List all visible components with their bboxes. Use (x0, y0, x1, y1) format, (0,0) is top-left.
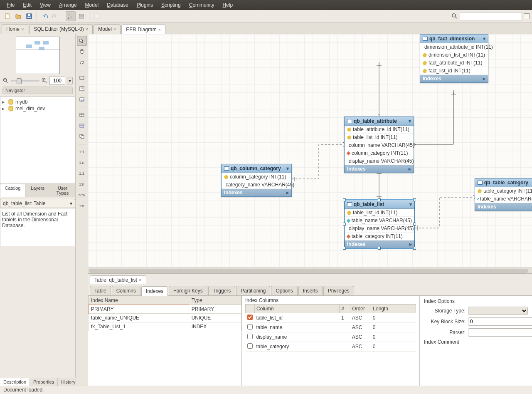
subtab-options[interactable]: Options (271, 286, 297, 295)
table-tool[interactable] (77, 110, 87, 120)
index-column-row[interactable]: display_nameASC0 (246, 332, 416, 342)
resize-handle[interactable] (378, 198, 381, 201)
svg-rect-22 (80, 61, 84, 64)
view-tool[interactable] (77, 121, 87, 131)
resize-handle[interactable] (413, 198, 416, 201)
table-icon (224, 166, 229, 171)
new-file-button[interactable] (2, 11, 12, 21)
zoom-slider[interactable] (11, 80, 39, 82)
entity-qb-table-list[interactable]: qb_table_list▾ table_list_id INT(11) tab… (344, 200, 415, 248)
navigator-header: Navigator (2, 87, 73, 94)
subtab-triggers[interactable]: Triggers (208, 286, 236, 295)
entity-qb-table-attribute[interactable]: qb_table_attribute▾ table_attribute_id I… (344, 116, 414, 173)
catalog-tab-user-types[interactable]: User Types (50, 184, 75, 197)
grid-toggle-button[interactable] (66, 11, 76, 21)
index-column-row[interactable]: table_list_id1ASC0 (246, 313, 416, 323)
svg-rect-9 (82, 17, 84, 18)
zoom-input[interactable] (49, 77, 65, 85)
index-column-row[interactable]: table_nameASC0 (246, 323, 416, 332)
tab-home[interactable]: Home× (2, 24, 28, 34)
menu-model[interactable]: Model (82, 1, 102, 9)
tree-node-mei-dim-dev[interactable]: ▸mei_dim_dev (2, 105, 73, 112)
col-check[interactable] (247, 334, 253, 339)
rel-1-1-tool[interactable]: 1:1 (77, 169, 87, 178)
col-check[interactable] (247, 343, 253, 349)
menu-scripting[interactable]: Scripting (158, 1, 184, 9)
col-check[interactable] (247, 324, 253, 330)
mini-tab-properties[interactable]: Properties (30, 378, 58, 386)
key-block-size-input[interactable] (468, 317, 532, 326)
mini-tab-description[interactable]: Description (0, 378, 30, 386)
undo-button[interactable] (39, 11, 49, 21)
tab-eer-diagram[interactable]: EER Diagram× (121, 25, 165, 34)
note-tool[interactable] (77, 84, 87, 94)
zoom-in-icon[interactable] (41, 77, 48, 84)
redo-button[interactable] (50, 11, 60, 21)
menu-plugins[interactable]: Plugins (133, 1, 156, 9)
menu-edit[interactable]: Edit (20, 1, 35, 9)
menu-help[interactable]: Help (219, 1, 236, 9)
align-grid-button[interactable] (76, 11, 86, 21)
rel-1-n-non-tool[interactable]: 1:n (77, 158, 87, 168)
catalog-tab-catalog[interactable]: Catalog (0, 184, 25, 197)
zoom-out-icon[interactable] (2, 77, 9, 84)
catalog-tab-layers[interactable]: Layers (25, 184, 50, 197)
table-editor-panel: Table: qb_table_list× Table Columns Inde… (88, 273, 532, 386)
navigator-thumbnail[interactable] (16, 37, 60, 74)
subtab-inserts[interactable]: Inserts (298, 286, 323, 295)
entity-qb-column-category[interactable]: qb_column_category▾ column_category INT(… (221, 164, 292, 197)
rel-existing-tool[interactable]: 1:n (77, 201, 87, 211)
routine-group-tool[interactable] (77, 131, 87, 141)
table-icon (347, 202, 352, 206)
subtab-table[interactable]: Table (90, 286, 111, 295)
svg-rect-35 (81, 136, 84, 139)
layer-tool[interactable] (77, 73, 87, 83)
menu-database[interactable]: Database (103, 1, 131, 9)
menu-arrange[interactable]: Arrange (56, 1, 80, 9)
tab-model[interactable]: Model× (94, 24, 121, 34)
rel-1-n-tool[interactable]: 1:n (77, 179, 87, 189)
entity-qb-fact-dimension[interactable]: qb_fact_dimension▾ dimension_attribute_i… (420, 34, 488, 83)
svg-point-11 (452, 14, 456, 17)
tab-sql-editor[interactable]: SQL Editor (MySQL-0)× (29, 24, 93, 34)
save-button[interactable] (24, 11, 34, 21)
resize-handle[interactable] (343, 223, 346, 225)
catalog-tree[interactable]: ▸mydb ▸mei_dim_dev (0, 97, 75, 184)
object-selector-combo[interactable]: qb_table_list: Table▾ (0, 199, 75, 208)
table-editor-tab[interactable]: Table: qb_table_list× (90, 275, 146, 284)
rel-1-1-non-tool[interactable]: 1:1 (77, 147, 87, 157)
index-column-row[interactable]: table_categoryASC0 (246, 342, 416, 352)
search-input[interactable] (460, 12, 522, 20)
print-button[interactable] (92, 11, 102, 21)
search-option-button[interactable] (524, 13, 530, 19)
horizontal-scrollbar[interactable] (88, 268, 532, 273)
image-tool[interactable] (77, 94, 87, 104)
eraser-tool[interactable] (77, 57, 87, 67)
resize-handle[interactable] (378, 247, 381, 250)
menu-community[interactable]: Community (186, 1, 218, 9)
hand-tool[interactable] (77, 47, 87, 57)
svg-rect-3 (27, 17, 31, 18)
resize-handle[interactable] (413, 247, 416, 250)
tree-node-mydb[interactable]: ▸mydb (2, 99, 73, 105)
resize-handle[interactable] (343, 198, 346, 201)
diagram-canvas[interactable]: qb_fact_dimension▾ dimension_attribute_i… (88, 34, 532, 268)
subtab-indexes[interactable]: Indexes (141, 286, 168, 296)
menu-file[interactable]: File (3, 1, 18, 9)
parser-input[interactable] (468, 328, 532, 337)
open-file-button[interactable] (13, 11, 23, 21)
subtab-foreign-keys[interactable]: Foreign Keys (169, 286, 207, 295)
pointer-tool[interactable] (77, 36, 87, 46)
subtab-privileges[interactable]: Privileges (323, 286, 354, 295)
zoom-dropdown[interactable]: ▾ (67, 77, 73, 84)
entity-qb-table-category[interactable]: qb_table_category▾ table_category INT(11… (475, 178, 532, 211)
subtab-columns[interactable]: Columns (112, 286, 140, 295)
subtab-partitioning[interactable]: Partitioning (236, 286, 270, 295)
resize-handle[interactable] (413, 223, 416, 225)
index-list-grid[interactable]: Index NameType PRIMARYPRIMARY table_name… (88, 296, 242, 386)
storage-type-select[interactable] (468, 307, 528, 315)
resize-handle[interactable] (343, 247, 346, 250)
rel-n-m-tool[interactable]: n:m (77, 190, 87, 200)
col-check[interactable] (247, 315, 253, 320)
menu-view[interactable]: View (37, 1, 54, 9)
